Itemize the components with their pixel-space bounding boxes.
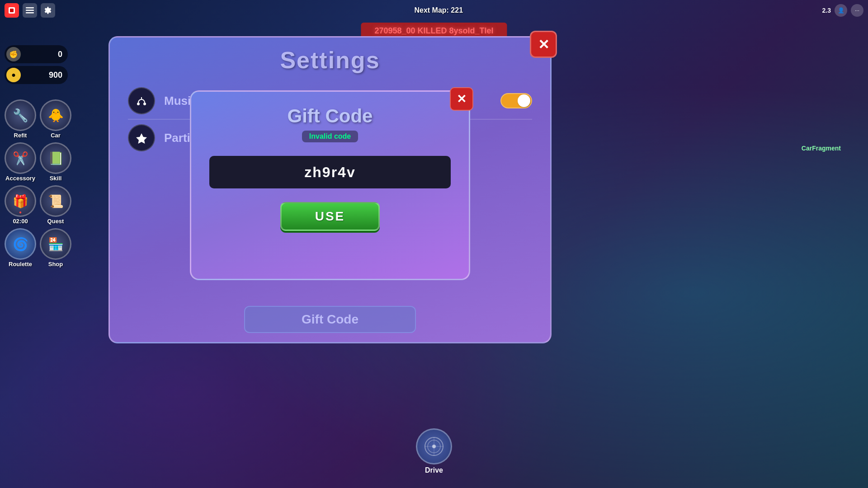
accessory-button[interactable]: ✂️ Accessory — [5, 142, 36, 182]
version-badge: 2.3 — [822, 7, 831, 14]
music-toggle[interactable] — [500, 93, 532, 108]
invalid-code-text: Invalid code — [309, 132, 351, 140]
timer-button[interactable]: 🎁 ● 02:00 — [5, 185, 36, 225]
svg-point-11 — [432, 445, 436, 448]
skill-icon: 📗 — [40, 142, 71, 174]
timer-label: 02:00 — [13, 218, 28, 225]
notification-text: 270958_00 KILLED 8ysold_Tlel — [374, 26, 493, 35]
refit-button[interactable]: 🔧 Refit — [5, 99, 36, 139]
gift-code-close-button[interactable]: ✕ — [450, 87, 473, 111]
use-label: USE — [315, 209, 345, 223]
particles-icon — [128, 124, 155, 151]
profile-icon[interactable]: 👤 — [835, 4, 847, 17]
drive-button[interactable]: Drive — [416, 428, 452, 474]
car-button[interactable]: 🐥 Car — [40, 99, 71, 139]
punch-icon: ✊ — [6, 47, 21, 61]
roulette-label: Roulette — [9, 261, 32, 267]
car-icon: 🐥 — [40, 99, 71, 131]
invalid-code-badge: Invalid code — [302, 131, 358, 142]
refit-label: Refit — [14, 132, 27, 139]
toggle-knob — [518, 94, 530, 107]
shop-icon: 🏪 — [40, 228, 71, 260]
gold-value: 900 — [49, 70, 62, 80]
svg-rect-2 — [26, 7, 34, 9]
skill-button[interactable]: 📗 Skill — [40, 142, 71, 182]
shop-button[interactable]: 🏪 Shop — [40, 228, 71, 267]
stat-bar-punch: ✊ 0 — [5, 45, 68, 63]
top-left-icons — [5, 3, 55, 18]
gift-code-modal: ✕ Gift Code Invalid code USE — [190, 90, 470, 280]
music-toggle-container — [500, 93, 532, 108]
settings-close-icon: ✕ — [538, 37, 549, 52]
settings-title: Settings — [280, 47, 380, 74]
more-icon[interactable]: ··· — [851, 4, 863, 17]
stat-bar-gold: ● 900 — [5, 66, 68, 84]
punch-value: 0 — [58, 50, 62, 59]
use-button[interactable]: USE — [280, 202, 380, 231]
quest-button[interactable]: 📜 Quest — [40, 185, 71, 225]
accessory-icon: ✂️ — [5, 142, 36, 174]
drive-icon — [416, 428, 452, 465]
roulette-icon: 🌀 — [5, 228, 36, 260]
left-sidebar: 🔧 Refit 🐥 Car ✂️ Accessory 📗 Skill 🎁 ● 0… — [5, 99, 71, 267]
skill-label: Skill — [50, 175, 62, 182]
music-icon — [128, 87, 155, 114]
drive-label: Drive — [425, 466, 443, 474]
shop-label: Shop — [48, 261, 63, 267]
car-label: Car — [51, 132, 61, 139]
timer-icon: 🎁 ● — [5, 185, 36, 217]
svg-point-6 — [143, 103, 146, 105]
accessory-label: Accessory — [5, 175, 35, 182]
gift-code-close-icon: ✕ — [457, 92, 467, 106]
svg-rect-4 — [26, 12, 34, 14]
next-map-label: Next Map: 221 — [414, 6, 463, 14]
gift-code-input[interactable] — [209, 156, 451, 188]
gold-icon: ● — [6, 68, 21, 82]
settings-icon[interactable] — [41, 3, 55, 18]
refit-icon: 🔧 — [5, 99, 36, 131]
top-bar: Next Map: 221 2.3 👤 ··· — [0, 0, 868, 20]
menu-icon[interactable] — [23, 3, 37, 18]
car-fragment-label: CarFragment — [802, 145, 841, 152]
svg-rect-3 — [26, 9, 34, 11]
quest-icon: 📜 — [40, 185, 71, 217]
left-stats: ✊ 0 ● 900 — [5, 45, 68, 84]
gift-code-title: Gift Code — [288, 105, 373, 127]
settings-close-button[interactable]: ✕ — [530, 31, 557, 58]
svg-rect-1 — [10, 9, 14, 12]
gift-code-settings-button[interactable]: Gift Code — [244, 306, 416, 333]
top-right: 2.3 👤 ··· — [822, 4, 863, 17]
quest-label: Quest — [47, 218, 64, 225]
roulette-button[interactable]: 🌀 Roulette — [5, 228, 36, 267]
roblox-icon[interactable] — [5, 3, 19, 18]
svg-point-5 — [137, 103, 140, 105]
gift-code-settings-label: Gift Code — [302, 312, 359, 327]
